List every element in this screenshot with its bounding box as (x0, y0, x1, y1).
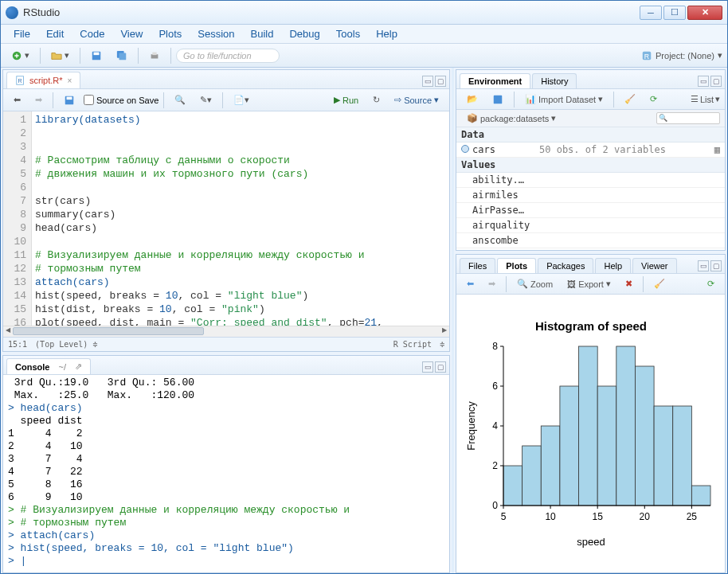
svg-text:20: 20 (639, 511, 650, 522)
source-on-save-checkbox[interactable]: Source on Save (84, 95, 159, 105)
window-title: RStudio (23, 6, 640, 18)
env-row[interactable]: ability.… (456, 173, 725, 188)
tab-help[interactable]: Help (595, 258, 631, 273)
console-max-icon[interactable]: ▢ (435, 361, 446, 373)
menu-session[interactable]: Session (191, 26, 241, 41)
report-icon[interactable]: 📄▾ (228, 92, 255, 108)
open-file-button[interactable]: ▾ (45, 47, 75, 64)
tab-files[interactable]: Files (460, 258, 495, 273)
menu-view[interactable]: View (114, 26, 149, 41)
plot-canvas: Histogram of speed02468510152025speedFre… (456, 295, 725, 572)
svg-text:15: 15 (592, 511, 603, 522)
export-button[interactable]: 🖼 Export▾ (562, 275, 616, 292)
svg-rect-19 (578, 346, 597, 506)
run-button[interactable]: ▶ Run (328, 92, 364, 108)
source-button[interactable]: ⇨ Source ▾ (389, 92, 444, 108)
find-icon[interactable]: 🔍 (169, 92, 191, 108)
menu-tools[interactable]: Tools (330, 26, 366, 41)
svg-text:6: 6 (492, 381, 498, 392)
menu-file[interactable]: File (7, 26, 37, 41)
goto-file-input[interactable]: Go to file/function (176, 49, 280, 63)
env-row[interactable]: anscombe (456, 233, 725, 248)
save-script-icon[interactable] (58, 92, 80, 109)
list-mode-selector[interactable]: ☰ List▾ (691, 94, 720, 104)
project-selector[interactable]: R Project: (None) ▾ (641, 50, 722, 61)
env-row[interactable]: airmiles (456, 188, 725, 203)
window-titlebar: RStudio ─ ☐ ✕ (1, 1, 727, 25)
plot-min-icon[interactable]: ▭ (698, 260, 709, 271)
plot-prev-icon[interactable]: ⬅ (461, 275, 479, 292)
menu-plots[interactable]: Plots (152, 26, 188, 41)
env-max-icon[interactable]: ▢ (710, 76, 722, 87)
print-button[interactable] (143, 47, 166, 64)
svg-rect-23 (654, 406, 673, 506)
env-row[interactable]: cars50 obs. of 2 variables▦ (456, 143, 725, 158)
plot-max-icon[interactable]: ▢ (710, 260, 722, 271)
plots-pane: Files Plots Packages Help Viewer ▭ ▢ ⬅ ➡… (456, 254, 726, 573)
svg-rect-15 (503, 466, 523, 506)
refresh-env-icon[interactable]: ⟳ (644, 91, 663, 107)
refresh-plot-icon[interactable]: ⟳ (702, 275, 720, 292)
env-row[interactable]: AirPasse… (456, 203, 725, 218)
svg-rect-13 (494, 95, 503, 103)
close-button[interactable]: ✕ (687, 6, 722, 20)
maximize-pane-icon[interactable]: ▢ (435, 76, 446, 87)
env-scope-selector[interactable]: 📦 package:datasets ▾ (461, 110, 562, 127)
svg-rect-18 (559, 386, 578, 506)
console-min-icon[interactable]: ▭ (422, 361, 433, 373)
menu-debug[interactable]: Debug (283, 26, 326, 41)
menu-build[interactable]: Build (245, 26, 280, 41)
rerun-button[interactable]: ↻ (367, 92, 386, 108)
console-output[interactable]: 3rd Qu.:19.0 3rd Qu.: 56.00 Max. :25.0 M… (3, 375, 449, 572)
save-all-button[interactable] (111, 47, 133, 64)
tab-environment[interactable]: Environment (460, 73, 530, 88)
clear-workspace-icon[interactable]: 🧹 (619, 91, 641, 107)
code-editor[interactable]: 123456789101112131415161718192021 librar… (3, 111, 449, 326)
env-min-icon[interactable]: ▭ (698, 76, 709, 87)
back-icon[interactable]: ⬅ (8, 92, 26, 108)
zoom-button[interactable]: 🔍 Zoom (511, 275, 558, 292)
menu-code[interactable]: Code (73, 26, 111, 41)
env-row[interactable]: airquality (456, 218, 725, 233)
tab-plots[interactable]: Plots (497, 258, 536, 273)
svg-rect-12 (67, 96, 72, 100)
tab-packages[interactable]: Packages (538, 258, 593, 273)
svg-text:2: 2 (492, 460, 498, 471)
app-icon (6, 6, 18, 19)
environment-pane: Environment History ▭ ▢ 📂 📊 Import Datas… (456, 69, 726, 251)
language-mode[interactable]: R Script (393, 340, 432, 349)
main-toolbar: ▾ ▾ Go to file/function R Project: (None… (1, 44, 727, 68)
svg-text:R: R (18, 78, 22, 84)
menu-help[interactable]: Help (370, 26, 404, 41)
menu-edit[interactable]: Edit (40, 26, 70, 41)
console-tab[interactable]: Console ~/ ⇗ (6, 358, 91, 374)
env-search-input[interactable] (656, 112, 720, 124)
minimize-button[interactable]: ─ (640, 6, 662, 20)
svg-text:Histogram of speed: Histogram of speed (534, 319, 646, 333)
tab-history[interactable]: History (532, 73, 577, 88)
svg-rect-21 (616, 346, 635, 506)
maximize-button[interactable]: ☐ (663, 6, 686, 20)
wand-icon[interactable]: ✎▾ (194, 92, 217, 108)
load-workspace-icon[interactable]: 📂 (461, 91, 483, 107)
tab-viewer[interactable]: Viewer (632, 258, 676, 273)
editor-hscrollbar[interactable]: ◀▶ (3, 326, 449, 337)
cursor-position: 15:1 (8, 340, 27, 349)
clear-plots-icon[interactable]: 🧹 (648, 275, 671, 292)
minimize-pane-icon[interactable]: ▭ (422, 76, 433, 87)
import-dataset-button[interactable]: 📊 Import Dataset▾ (519, 91, 609, 107)
new-file-button[interactable]: ▾ (6, 47, 35, 64)
close-tab-icon[interactable]: × (68, 76, 72, 85)
forward-icon[interactable]: ➡ (29, 92, 48, 108)
svg-rect-16 (522, 446, 541, 506)
editor-tab-script[interactable]: R script.R* × (6, 72, 80, 88)
save-workspace-icon[interactable] (487, 91, 509, 108)
remove-plot-icon[interactable]: ✖ (620, 275, 638, 292)
svg-rect-20 (597, 386, 616, 506)
scope-selector[interactable]: (Top Level) ≑ (35, 340, 97, 349)
svg-text:10: 10 (545, 511, 556, 522)
plot-next-icon[interactable]: ➡ (483, 275, 501, 292)
save-button[interactable] (85, 47, 108, 64)
svg-text:25: 25 (686, 511, 697, 522)
svg-text:Frequency: Frequency (465, 400, 477, 450)
